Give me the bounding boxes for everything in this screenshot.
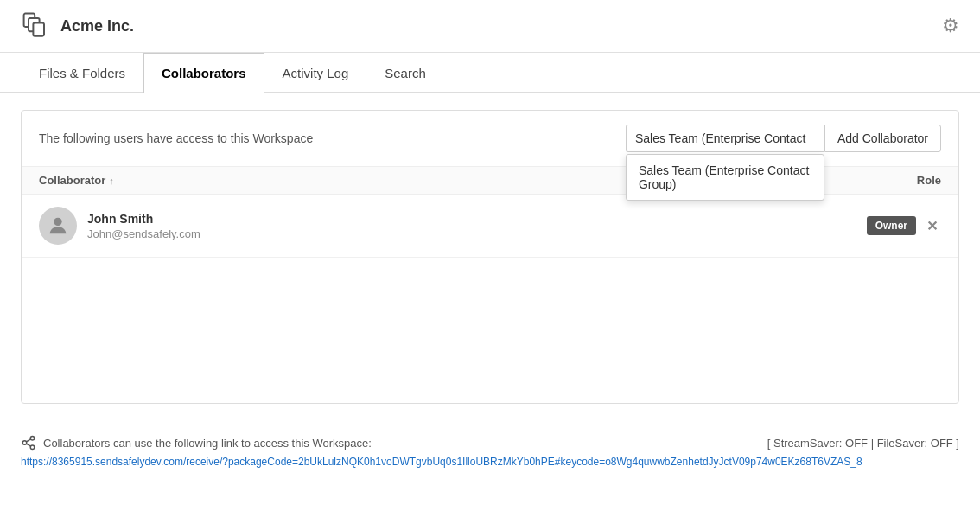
svg-rect-2 xyxy=(33,22,44,35)
workspace-link[interactable]: https://8365915.sendsafelydev.com/receiv… xyxy=(21,456,862,468)
tab-bar: Files & Folders Collaborators Activity L… xyxy=(0,53,980,93)
col-role-header: Role xyxy=(917,174,941,187)
tab-collaborators[interactable]: Collaborators xyxy=(143,53,264,93)
app-title: Acme Inc. xyxy=(60,17,134,35)
tab-files[interactable]: Files & Folders xyxy=(21,53,143,93)
svg-line-7 xyxy=(26,444,30,446)
user-avatar-icon xyxy=(46,214,70,238)
footer-note: Collaborators can use the following link… xyxy=(21,435,372,451)
brand: Acme Inc. xyxy=(21,10,134,42)
svg-point-3 xyxy=(54,218,61,226)
collaborators-panel: The following users have access to this … xyxy=(21,110,959,404)
remove-collaborator-button[interactable]: ✕ xyxy=(923,216,941,236)
role-badge: Owner xyxy=(867,216,916,235)
user-left: John Smith John@sendsafely.com xyxy=(39,207,200,245)
footer: Collaborators can use the following link… xyxy=(0,421,980,475)
svg-point-5 xyxy=(22,441,27,445)
gear-icon: ⚙ xyxy=(942,15,959,36)
svg-point-4 xyxy=(30,437,35,441)
avatar xyxy=(39,207,77,245)
add-collaborator-button[interactable]: Add Collaborator xyxy=(824,125,941,152)
sort-arrow-icon[interactable]: ↑ xyxy=(109,176,114,186)
user-email: John@sendsafely.com xyxy=(87,227,200,240)
stream-info: [ StreamSaver: OFF | FileSaver: OFF ] xyxy=(767,437,959,450)
dropdown-item-sales-team[interactable]: Sales Team (Enterprise Contact Group) xyxy=(627,155,824,200)
svg-line-8 xyxy=(26,439,30,442)
header: Acme Inc. ⚙ xyxy=(0,0,980,53)
user-info: John Smith John@sendsafely.com xyxy=(87,212,200,240)
footer-note-text: Collaborators can use the following link… xyxy=(43,437,372,450)
main-content: The following users have access to this … xyxy=(0,93,980,421)
panel-description: The following users have access to this … xyxy=(39,131,313,145)
logo-icon xyxy=(21,10,52,42)
share-icon xyxy=(21,435,36,451)
gear-button[interactable]: ⚙ xyxy=(942,15,959,37)
collaborator-search-input[interactable] xyxy=(626,125,824,152)
svg-point-6 xyxy=(30,445,35,450)
panel-header: The following users have access to this … xyxy=(22,111,958,166)
user-name: John Smith xyxy=(87,212,200,226)
user-right: Owner ✕ xyxy=(867,216,941,236)
table-row: John Smith John@sendsafely.com Owner ✕ xyxy=(22,195,958,258)
footer-top: Collaborators can use the following link… xyxy=(21,435,959,451)
panel-actions: Sales Team (Enterprise Contact Group) Ad… xyxy=(626,125,941,152)
tab-activity-log[interactable]: Activity Log xyxy=(264,53,367,93)
tab-search[interactable]: Search xyxy=(366,53,444,93)
search-dropdown: Sales Team (Enterprise Contact Group) xyxy=(626,154,824,201)
col-collaborator-header: Collaborator ↑ xyxy=(39,174,114,187)
